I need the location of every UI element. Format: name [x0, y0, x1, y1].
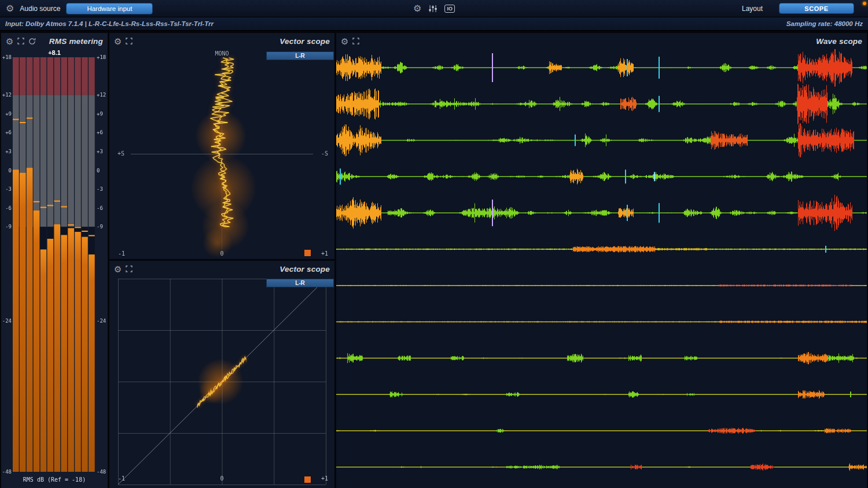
- vectorscope-bottom-display: [109, 277, 334, 488]
- wave-scope-header: ⚙ Wave scope: [336, 33, 867, 49]
- wave-scope-display: [336, 49, 867, 488]
- rms-fullscreen-icon[interactable]: [17, 38, 24, 45]
- wave-scope-gear-icon[interactable]: ⚙: [341, 37, 348, 46]
- preferences-gear-icon[interactable]: ⚙: [413, 4, 421, 13]
- toolbar-right-group: Layout SCOPE: [742, 3, 862, 14]
- wave-scope-fullscreen-icon[interactable]: [352, 38, 359, 45]
- audio-source-gear-icon[interactable]: ⚙: [6, 4, 14, 13]
- layout-button[interactable]: Layout: [742, 5, 763, 13]
- hardware-input-button[interactable]: Hardware input: [66, 3, 153, 14]
- top-toolbar: ⚙ Audio source Hardware input ⚙ IO: [0, 0, 868, 17]
- rms-metering-panel: ⚙ RMS metering: [1, 33, 108, 488]
- toolbar-left-group: ⚙ Audio source Hardware input: [6, 3, 153, 14]
- vectorscope-top-title: Vector scope: [279, 37, 330, 46]
- rms-panel-header: ⚙ RMS metering: [1, 33, 108, 49]
- vectorscope-top-mode-button[interactable]: L-R: [266, 51, 334, 60]
- input-info-bar: Input: Dolby Atmos 7.1.4 | L-R-C-Lfe-Ls-…: [0, 17, 868, 31]
- vectorscope-bottom-fullscreen-icon[interactable]: [126, 265, 133, 272]
- vectorscope-bottom-panel: ⚙ Vector scope L-R: [109, 261, 334, 488]
- vectorscope-top-gear-icon[interactable]: ⚙: [114, 37, 122, 46]
- vectorscope-top-panel: ⚙ Vector scope L-R: [109, 33, 334, 259]
- middle-column: ⚙ Vector scope L-R ⚙ Vector scope: [109, 33, 334, 488]
- vectorscope-top-header: ⚙ Vector scope: [109, 33, 334, 49]
- vectorscope-bottom-mode-button[interactable]: L-R: [266, 279, 334, 287]
- main-content: ⚙ RMS metering ⚙ Vecto: [0, 31, 868, 488]
- io-routing-icon[interactable]: IO: [444, 5, 455, 13]
- rms-meter-display: [1, 49, 108, 488]
- rms-panel-title: RMS metering: [49, 37, 103, 46]
- audio-analyzer-app: ⚙ Audio source Hardware input ⚙ IO: [0, 0, 868, 488]
- toolbar-center-group: ⚙ IO: [413, 4, 455, 13]
- wave-scope-title: Wave scope: [816, 37, 862, 46]
- sampling-rate-text: Sampling rate: 48000 Hz: [786, 20, 863, 27]
- mixer-sliders-icon[interactable]: [428, 5, 437, 13]
- vectorscope-bottom-title: Vector scope: [279, 265, 330, 273]
- status-indicator-dot: [863, 2, 866, 5]
- vectorscope-bottom-header: ⚙ Vector scope: [109, 261, 334, 277]
- rms-reset-refresh-icon[interactable]: [28, 38, 36, 45]
- vectorscope-top-fullscreen-icon[interactable]: [126, 38, 133, 45]
- wave-scope-panel: ⚙ Wave scope: [336, 33, 867, 488]
- vectorscope-top-display: [109, 49, 334, 259]
- input-format-text: Input: Dolby Atmos 7.1.4 | L-R-C-Lfe-Ls-…: [5, 20, 214, 27]
- rms-settings-gear-icon[interactable]: ⚙: [6, 37, 13, 46]
- vectorscope-bottom-gear-icon[interactable]: ⚙: [114, 265, 122, 273]
- scope-button[interactable]: SCOPE: [779, 3, 854, 14]
- audio-source-label: Audio source: [20, 5, 60, 13]
